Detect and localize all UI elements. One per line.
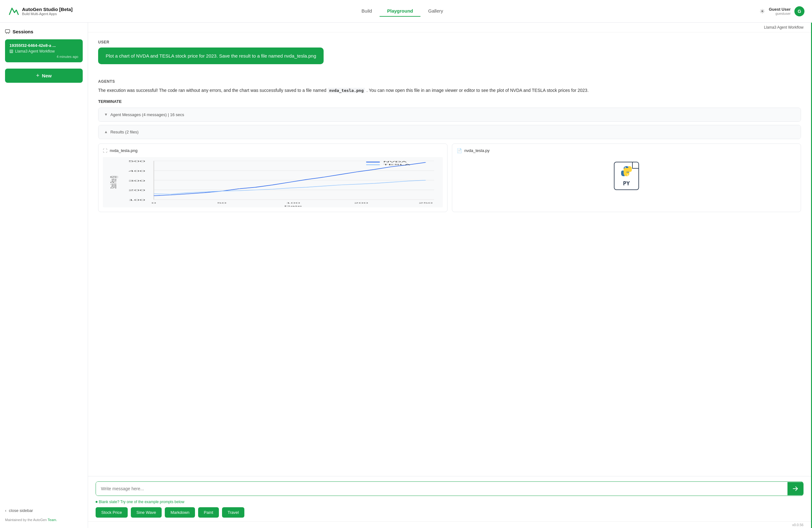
close-sidebar-button[interactable]: ‹ close sidebar — [5, 506, 83, 515]
svg-rect-24 — [366, 164, 380, 165]
user-avatar[interactable]: G — [794, 6, 804, 16]
message-input[interactable] — [96, 482, 787, 496]
sessions-header: Sessions — [5, 29, 83, 34]
svg-text:500: 500 — [128, 160, 145, 162]
agent-messages-collapsible: ▼ Agent Messages (4 messages) | 16 secs — [98, 108, 801, 122]
svg-text:250: 250 — [419, 202, 433, 204]
svg-text:200: 200 — [128, 189, 145, 191]
user-name: Guest User — [769, 7, 791, 12]
py-icon-large: PY — [614, 162, 639, 190]
file-icon: 📄 — [456, 148, 462, 153]
nav-tabs: Build Playground Gallery — [45, 6, 759, 17]
main-layout: Sessions 19355f32-6464-42e8-a ... Llama3… — [0, 23, 812, 528]
user-label: USER — [98, 40, 801, 44]
chip-travel[interactable]: Travel — [222, 507, 245, 518]
svg-text:NVDA: NVDA — [383, 160, 407, 163]
svg-text:TESLA: TESLA — [383, 163, 410, 166]
workflow-label: Llama3 Agent Workflow — [764, 25, 803, 30]
svg-text:Date: Date — [284, 205, 302, 207]
workflow-bar: Llama3 Agent Workflow — [88, 23, 811, 32]
plus-icon: + — [36, 72, 40, 79]
svg-rect-1 — [10, 50, 13, 51]
user-message: Plot a chart of NVDA and TESLA stock pri… — [98, 47, 323, 64]
py-file-card[interactable]: 📄 nvda_tesla.py — [452, 143, 801, 212]
chat-area: USER Plot a chart of NVDA and TESLA stoc… — [88, 32, 811, 476]
session-id: 19355f32-6464-42e8-a ... — [10, 43, 78, 48]
png-file-card[interactable]: ⛶ nvda_tesla.png — [98, 143, 448, 212]
input-area: Blank slate? Try one of the example prom… — [88, 476, 811, 522]
py-file-header: 📄 nvda_tesla.py — [456, 148, 797, 153]
agents-label: AGENTS — [98, 79, 801, 84]
version-bar: v0.0.56 — [88, 522, 811, 528]
svg-text:100: 100 — [286, 202, 300, 204]
agent-code: nvda_tesla.png — [328, 88, 365, 93]
results-header[interactable]: ▲ Results (2 files) — [99, 125, 801, 139]
new-session-button[interactable]: + New — [5, 69, 83, 83]
chip-sine-wave[interactable]: Sine Wave — [131, 507, 162, 518]
maintained-text: Maintained by the AutoGen Team. — [5, 518, 83, 522]
svg-point-28 — [627, 174, 628, 175]
png-file-header: ⛶ nvda_tesla.png — [103, 148, 443, 153]
py-text: PY — [623, 180, 630, 187]
stock-chart-svg: 500 400 300 200 100 0 50 100 200 250 — [103, 157, 443, 208]
sidebar-bottom: ‹ close sidebar Maintained by the AutoGe… — [5, 506, 83, 522]
message-input-row — [96, 482, 803, 496]
app-header: AutoGen Studio [Beta] Build Multi-Agent … — [0, 0, 812, 23]
chat-icon — [5, 29, 10, 34]
user-section: USER Plot a chart of NVDA and TESLA stoc… — [98, 40, 801, 72]
header-right: ☀ Guest User guestuser G — [759, 6, 804, 16]
svg-text:300: 300 — [128, 180, 145, 182]
prompt-chips: Stock Price Sine Wave Markdown Paint Tra… — [96, 507, 803, 518]
svg-rect-3 — [10, 52, 13, 53]
file-corner — [632, 162, 638, 169]
image-icon: ⛶ — [103, 148, 107, 153]
svg-text:400: 400 — [128, 170, 145, 172]
chip-stock-price[interactable]: Stock Price — [96, 507, 128, 518]
tab-build[interactable]: Build — [354, 6, 380, 17]
svg-text:200: 200 — [354, 202, 368, 204]
chip-markdown[interactable]: Markdown — [165, 507, 195, 518]
chevron-left-icon: ‹ — [5, 508, 6, 513]
agents-section: AGENTS The execution was successful! The… — [98, 79, 801, 212]
python-logo-icon — [620, 165, 633, 177]
agent-response: The execution was successful! The code r… — [98, 87, 801, 94]
png-file-name: nvda_tesla.png — [110, 148, 137, 153]
hint-dot — [96, 501, 98, 503]
svg-text:0: 0 — [151, 202, 156, 204]
content-area: Llama3 Agent Workflow USER Plot a chart … — [88, 23, 812, 528]
collapse-icon: ▼ — [104, 112, 108, 117]
version-text: v0.0.56 — [792, 523, 803, 527]
tab-playground[interactable]: Playground — [380, 6, 421, 17]
expand-icon: ▲ — [104, 130, 108, 134]
terminate-label: TERMINATE — [98, 99, 801, 104]
theme-toggle-icon[interactable]: ☀ — [759, 8, 765, 15]
py-file-name: nvda_tesla.py — [464, 148, 490, 153]
svg-rect-22 — [366, 162, 380, 162]
svg-rect-2 — [10, 51, 13, 52]
svg-text:50: 50 — [217, 202, 227, 204]
results-label: Results (2 files) — [111, 130, 139, 134]
sidebar: Sessions 19355f32-6464-42e8-a ... Llama3… — [0, 23, 88, 528]
session-item[interactable]: 19355f32-6464-42e8-a ... Llama3 Agent Wo… — [5, 39, 83, 62]
agent-messages-header[interactable]: ▼ Agent Messages (4 messages) | 16 secs — [99, 108, 801, 122]
autogen-team-link[interactable]: Team. — [48, 518, 57, 522]
session-workflow: Llama3 Agent Workflow — [10, 49, 78, 54]
svg-point-27 — [625, 167, 626, 168]
user-info: Guest User guestuser — [769, 7, 791, 15]
layers-icon — [10, 49, 13, 53]
hint-text: Blank slate? Try one of the example prom… — [96, 500, 803, 504]
session-time: 4 minutes ago — [10, 55, 78, 58]
files-grid: ⛶ nvda_tesla.png — [98, 143, 801, 212]
send-button[interactable] — [787, 482, 803, 495]
svg-text:100: 100 — [128, 199, 145, 201]
svg-rect-0 — [5, 30, 10, 33]
py-file-body: PY — [456, 157, 797, 195]
logo-icon — [8, 6, 19, 17]
messages-label: Agent Messages (4 messages) | 16 secs — [111, 112, 184, 117]
tab-gallery[interactable]: Gallery — [420, 6, 451, 17]
send-icon — [793, 486, 798, 491]
results-collapsible: ▲ Results (2 files) — [98, 125, 801, 139]
chip-paint[interactable]: Paint — [198, 507, 219, 518]
svg-text:Stock Price ($): Stock Price ($) — [108, 176, 118, 188]
user-handle: guestuser — [775, 12, 791, 15]
